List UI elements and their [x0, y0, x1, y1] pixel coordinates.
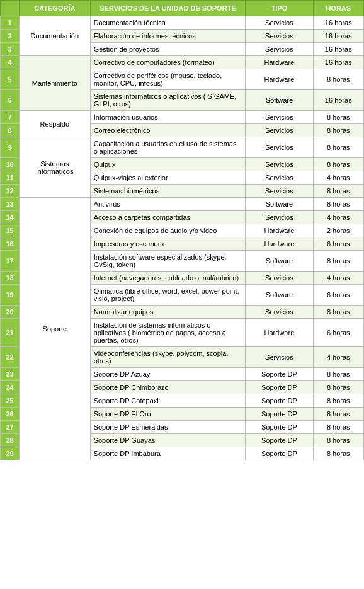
horas-cell: 8 horas: [313, 251, 363, 272]
row-number: 26: [1, 408, 20, 421]
tipo-cell: Servicios: [246, 185, 313, 198]
header-servicios: SERVICIOS DE LA UNIDAD DE SOPORTE: [90, 1, 246, 16]
horas-cell: 8 horas: [313, 368, 363, 381]
main-table: CATEGORÍA SERVICIOS DE LA UNIDAD DE SOPO…: [0, 0, 364, 460]
header-horas: HORAS: [313, 1, 363, 16]
tipo-cell: Soporte DP: [246, 408, 313, 421]
row-number: 22: [1, 347, 20, 368]
service-cell: Correctivo de periféricos (mouse, teclad…: [90, 69, 246, 90]
service-cell: Antivirus: [90, 198, 246, 211]
row-number: 3: [1, 43, 20, 56]
tipo-cell: Servicios: [246, 137, 313, 158]
service-cell: Gestión de proyectos: [90, 43, 246, 56]
row-number: 17: [1, 251, 20, 272]
tipo-cell: Hardware: [246, 237, 313, 251]
service-cell: Normalizar equipos: [90, 306, 246, 319]
tipo-cell: Soporte DP: [246, 447, 313, 460]
tipo-cell: Software: [246, 90, 313, 111]
horas-cell: 8 horas: [313, 137, 363, 158]
horas-cell: 16 horas: [313, 30, 363, 43]
table-row: 4MantenimientoCorrectivo de computadores…: [1, 56, 364, 69]
row-number: 27: [1, 421, 20, 434]
service-cell: Ofimática (libre office, word, excel, po…: [90, 285, 246, 306]
tipo-cell: Soporte DP: [246, 421, 313, 434]
row-number: 7: [1, 111, 20, 124]
tipo-cell: Hardware: [246, 224, 313, 237]
service-cell: Soporte DP Guayas: [90, 434, 246, 447]
service-cell: Instalación software especializados (sky…: [90, 251, 246, 272]
service-cell: Correctivo de computadores (formateo): [90, 56, 246, 69]
row-number: 23: [1, 368, 20, 381]
row-number: 21: [1, 319, 20, 347]
row-number: 24: [1, 381, 20, 394]
row-number: 12: [1, 185, 20, 198]
service-cell: Conexión de equipos de audio y/o video: [90, 224, 246, 237]
tipo-cell: Servicios: [246, 272, 313, 285]
horas-cell: 6 horas: [313, 237, 363, 251]
service-cell: Soporte DP Chimborazo: [90, 381, 246, 394]
tipo-cell: Software: [246, 251, 313, 272]
tipo-cell: Servicios: [246, 43, 313, 56]
service-cell: Correo electrónico: [90, 124, 246, 137]
table-row: 7RespaldoInformación usuariosServicios8 …: [1, 111, 364, 124]
category-cell: Mantenimiento: [20, 56, 91, 111]
tipo-cell: Software: [246, 285, 313, 306]
row-number: 25: [1, 394, 20, 408]
tipo-cell: Servicios: [246, 158, 313, 171]
tipo-cell: Software: [246, 198, 313, 211]
row-number: 13: [1, 198, 20, 211]
service-cell: Soporte DP Imbabura: [90, 447, 246, 460]
tipo-cell: Servicios: [246, 306, 313, 319]
tipo-cell: Servicios: [246, 30, 313, 43]
tipo-cell: Soporte DP: [246, 368, 313, 381]
category-cell: Documentación: [20, 16, 91, 56]
service-cell: Quipux: [90, 158, 246, 171]
row-number: 14: [1, 211, 20, 224]
row-number: 18: [1, 272, 20, 285]
service-cell: Acceso a carpetas compartidas: [90, 211, 246, 224]
service-cell: Impresoras y escaners: [90, 237, 246, 251]
service-cell: Videoconferencias (skype, polycom, scopi…: [90, 347, 246, 368]
header-num: [1, 1, 20, 16]
row-number: 28: [1, 434, 20, 447]
horas-cell: 16 horas: [313, 43, 363, 56]
tipo-cell: Servicios: [246, 347, 313, 368]
tipo-cell: Hardware: [246, 319, 313, 347]
header-tipo: TIPO: [246, 1, 313, 16]
tipo-cell: Hardware: [246, 69, 313, 90]
tipo-cell: Servicios: [246, 171, 313, 185]
horas-cell: 16 horas: [313, 16, 363, 30]
row-number: 19: [1, 285, 20, 306]
table-row: 9Sistemas informáticosCapacitación a usu…: [1, 137, 364, 158]
category-cell: Respaldo: [20, 111, 91, 137]
horas-cell: 8 horas: [313, 434, 363, 447]
row-number: 29: [1, 447, 20, 460]
row-number: 16: [1, 237, 20, 251]
service-cell: Documentación técnica: [90, 16, 246, 30]
horas-cell: 6 horas: [313, 285, 363, 306]
horas-cell: 8 horas: [313, 306, 363, 319]
horas-cell: 8 horas: [313, 69, 363, 90]
horas-cell: 8 horas: [313, 447, 363, 460]
horas-cell: 4 horas: [313, 272, 363, 285]
service-cell: Instalación de sistemas informáticos o a…: [90, 319, 246, 347]
tipo-cell: Servicios: [246, 124, 313, 137]
horas-cell: 8 horas: [313, 158, 363, 171]
horas-cell: 8 horas: [313, 394, 363, 408]
horas-cell: 8 horas: [313, 185, 363, 198]
service-cell: Capacitación a usuarios en el uso de sis…: [90, 137, 246, 158]
horas-cell: 4 horas: [313, 211, 363, 224]
row-number: 1: [1, 16, 20, 30]
tipo-cell: Soporte DP: [246, 394, 313, 408]
service-cell: Soporte DP Azuay: [90, 368, 246, 381]
horas-cell: 8 horas: [313, 124, 363, 137]
row-number: 8: [1, 124, 20, 137]
horas-cell: 2 horas: [313, 224, 363, 237]
horas-cell: 8 horas: [313, 111, 363, 124]
tipo-cell: Soporte DP: [246, 381, 313, 394]
row-number: 4: [1, 56, 20, 69]
tipo-cell: Hardware: [246, 56, 313, 69]
horas-cell: 8 horas: [313, 421, 363, 434]
service-cell: Soporte DP El Oro: [90, 408, 246, 421]
service-cell: Quipux-viajes al exterior: [90, 171, 246, 185]
